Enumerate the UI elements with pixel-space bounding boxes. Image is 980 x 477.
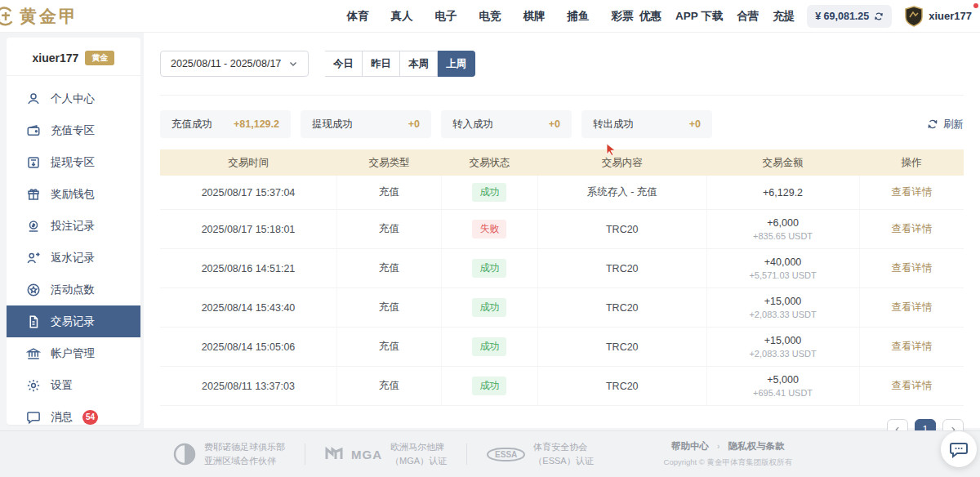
period-tab[interactable]: 上周 (438, 51, 475, 77)
deposit-icon (26, 123, 41, 138)
cell-type: 充值 (336, 328, 441, 367)
nav-item[interactable]: 电子 (435, 9, 457, 24)
privacy-terms-link[interactable]: 隐私权与条款 (728, 440, 784, 452)
amount-usdt: +835.65 USDT (710, 231, 856, 241)
sidebar-item[interactable]: 返水记录 (7, 242, 140, 274)
cell-action: 查看详情 (859, 176, 964, 210)
cell-amount: +5,000 +695.41 USDT (706, 367, 859, 406)
col-header-content: 交易内容 (537, 149, 706, 176)
balance-amount: ¥ 69,081.25 (815, 11, 869, 22)
sidebar-user: xiuer177 黄金 (7, 47, 140, 76)
balance-display[interactable]: ¥ 69,081.25 (807, 5, 892, 28)
status-badge: 成功 (472, 259, 506, 278)
cell-content: TRC20 (537, 210, 706, 249)
cell-content: TRC20 (537, 328, 706, 367)
sidebar-item[interactable]: 提现专区 (7, 146, 140, 178)
sidebar-item[interactable]: 奖励钱包 (7, 178, 140, 210)
view-details-link[interactable]: 查看详情 (891, 262, 932, 274)
cell-amount: +6,129.2 (706, 176, 859, 210)
nav-item[interactable]: 捕鱼 (568, 9, 590, 24)
bank-icon (26, 346, 41, 361)
divider (160, 95, 964, 96)
cell-type: 充值 (336, 176, 441, 210)
amount-value: +6,129.2 (710, 187, 856, 198)
transactions-body: 2025/08/17 15:37:04 充值 成功 系统存入 - 充值 +6,1… (160, 176, 964, 406)
chevron-down-icon (288, 59, 298, 69)
gift-icon (26, 187, 41, 202)
cell-content: TRC20 (537, 288, 706, 328)
cert-line1: 费耶诺德足球俱乐部 (204, 440, 285, 454)
sidebar-item[interactable]: 个人中心 (7, 82, 140, 114)
sidebar-item[interactable]: 帐户管理 (7, 337, 140, 369)
date-range-picker[interactable]: 2025/08/11 - 2025/08/17 (160, 51, 309, 77)
view-details-link[interactable]: 查看详情 (891, 301, 932, 313)
nav-item[interactable]: 彩票 (612, 9, 634, 24)
divider (466, 444, 467, 465)
period-tab[interactable]: 昨日 (363, 51, 400, 77)
top-link[interactable]: 合营 (737, 9, 759, 24)
cell-action: 查看详情 (859, 249, 964, 288)
table-row: 2025/08/17 15:18:01 充值 失败 TRC20 +6,000 +… (160, 210, 964, 249)
cell-amount: +15,000 +2,083.33 USDT (706, 288, 859, 328)
sidebar-item[interactable]: 充值专区 (7, 114, 140, 146)
col-header-type: 交易类型 (336, 149, 441, 176)
club-logo-icon (173, 443, 196, 466)
sidebar-item[interactable]: 消息 54 (7, 401, 140, 433)
refresh-button[interactable]: 刷新 (927, 118, 964, 132)
sidebar-item[interactable]: 设置 (7, 369, 140, 401)
main-panel: 2025/08/11 - 2025/08/17 今日昨日本周上周 充值成功 +8… (144, 33, 980, 428)
cell-content: TRC20 (537, 249, 706, 288)
essa-logo-icon: ESSA (487, 448, 525, 461)
status-badge: 成功 (472, 298, 506, 317)
cell-time: 2025/08/17 15:18:01 (160, 210, 336, 249)
view-details-link[interactable]: 查看详情 (891, 223, 932, 234)
refresh-label: 刷新 (943, 118, 964, 132)
nav-item[interactable]: 棋牌 (523, 9, 546, 24)
table-header-row: 交易时间 交易类型 交易状态 交易内容 交易金额 操作 (160, 149, 964, 176)
status-badge: 成功 (472, 337, 506, 356)
cell-type: 充值 (336, 367, 441, 406)
col-header-status: 交易状态 (441, 149, 537, 176)
col-header-amount: 交易金额 (706, 149, 859, 176)
nav-item[interactable]: 体育 (347, 9, 369, 24)
help-center-link[interactable]: 帮助中心 (671, 440, 709, 452)
amount-usdt: +2,083.33 USDT (710, 310, 856, 319)
withdraw-icon (26, 155, 41, 170)
amount-usdt: +2,083.33 USDT (710, 349, 856, 359)
sidebar-item[interactable]: 活动点数 (7, 274, 140, 305)
nav-item[interactable]: 电竞 (479, 9, 501, 24)
sidebar-item[interactable]: 交易记录 (7, 305, 140, 337)
cell-amount: +40,000 +5,571.03 USDT (706, 249, 859, 288)
view-details-link[interactable]: 查看详情 (891, 380, 932, 391)
cell-status: 失败 (441, 210, 537, 249)
period-tab[interactable]: 本周 (400, 51, 438, 77)
summary-stat: 转出成功 +0 (581, 110, 712, 138)
view-details-link[interactable]: 查看详情 (891, 186, 932, 198)
view-details-link[interactable]: 查看详情 (891, 341, 932, 352)
cell-time: 2025/08/14 15:05:06 (160, 328, 336, 367)
brand-logo[interactable]: 黄金甲 (2, 4, 78, 29)
footer: 费耶诺德足球俱乐部 亚洲区域合作伙伴 MGA 欧洲马尔他牌 （MGA）认证 ES… (0, 430, 980, 477)
period-tab[interactable]: 今日 (325, 51, 363, 77)
period-tabs: 今日昨日本周上周 (325, 51, 475, 77)
top-link[interactable]: APP 下载 (675, 9, 723, 24)
cell-amount: +6,000 +835.65 USDT (706, 210, 859, 249)
summary-stats: 充值成功 +81,129.2 提现成功 +0 转入成功 +0 转出成功 +0 (160, 110, 712, 138)
top-link[interactable]: 优惠 (639, 9, 662, 24)
cert-line2: （MGA）认证 (390, 454, 447, 468)
cell-status: 成功 (441, 367, 537, 406)
transactions-table: 交易时间 交易类型 交易状态 交易内容 交易金额 操作 2025/08/17 1… (160, 149, 964, 406)
amount-value: +15,000 (710, 335, 856, 346)
live-chat-button[interactable] (941, 431, 977, 467)
vip-level-badge: 黄金 (85, 51, 114, 65)
chat-bubble-icon (949, 439, 969, 459)
cell-type: 充值 (336, 288, 441, 328)
user-menu[interactable]: xiuer177 (904, 6, 972, 27)
sidebar-item[interactable]: 投注记录 (7, 210, 140, 242)
brand-mark-icon (0, 4, 18, 29)
top-link[interactable]: 充提 (773, 9, 795, 24)
refresh-balance-icon[interactable] (874, 11, 884, 21)
amount-value: +40,000 (710, 256, 856, 268)
top-bar: 黄金甲 体育真人电子电竞棋牌捕鱼彩票 优惠APP 下载合营充提 ¥ 69,081… (0, 0, 980, 33)
nav-item[interactable]: 真人 (391, 9, 413, 24)
